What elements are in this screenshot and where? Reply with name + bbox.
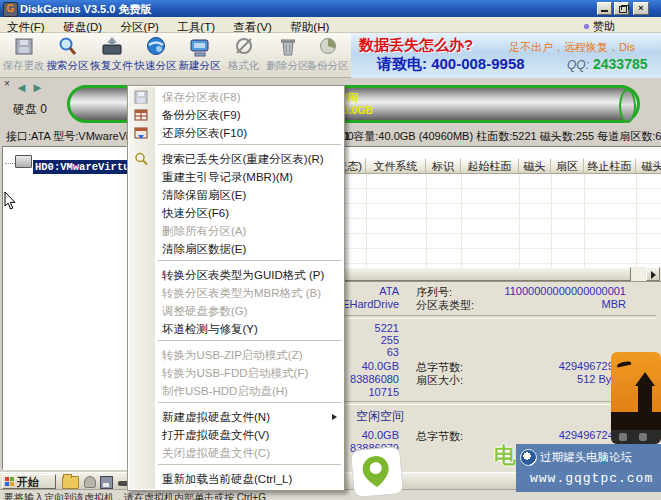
disk-nav-arrows[interactable]: ◄► [15, 80, 47, 95]
menu-item-label: 转换为USB-ZIP启动模式(Z) [162, 349, 303, 361]
sponsor-label: 赞助 [593, 20, 615, 32]
backup-partition-table-icon [134, 108, 148, 122]
menu-item-close-virtual-disk[interactable]: 关闭虚拟硬盘文件(C) [128, 444, 344, 462]
menu-item-adjust-disk-params[interactable]: 调整硬盘参数(G) [128, 302, 344, 320]
restore-button[interactable] [614, 2, 629, 15]
close-button[interactable]: × [633, 2, 649, 15]
menu-item-erase-sector-data[interactable]: 清除扇区数据(E) [128, 240, 344, 258]
menu-item-rebuild-mbr[interactable]: 重建主引导记录(MBR)(M) [128, 168, 344, 186]
start-button[interactable]: 开始 [2, 474, 56, 489]
quicklaunch-folder-icon[interactable] [62, 476, 79, 489]
widget-bar [611, 430, 661, 444]
minimize-button[interactable] [597, 2, 612, 15]
recover-files-icon [100, 36, 124, 58]
start-icon [5, 477, 14, 486]
menu-item-label: 搜索已丢失分区(重建分区表)(R) [162, 153, 324, 165]
menu-item-label: 保存分区表(F8) [162, 91, 241, 103]
ad-qq-number: 2433785 [593, 56, 648, 72]
menu-item-reload-current-disk[interactable]: 重新加载当前硬盘(Ctrl_L) [128, 470, 344, 488]
new-partition-button[interactable]: 新建分区 [178, 34, 221, 77]
recover-files-button[interactable]: 恢复文件 [90, 34, 133, 77]
menu-item-label: 新建虚拟硬盘文件(N) [162, 411, 270, 423]
menu-item-quick-partition[interactable]: 快速分区(F6) [128, 204, 344, 222]
column-header-id[interactable]: 标识 [426, 158, 461, 174]
minimize-icon [601, 10, 608, 12]
restore-partition-table-icon [134, 126, 148, 140]
menu-separator [158, 402, 341, 406]
toolbar-label: 保存更改 [2, 59, 45, 73]
menu-bar: 文件(F) 硬盘(D) 分区(P) 工具(T) 查看(V) 帮助(H) 赞助 [0, 17, 661, 33]
menu-item-label: 备份分区表(F9) [162, 109, 241, 121]
column-header-head2[interactable]: 磁头 [636, 158, 661, 174]
menu-item-delete-all-partitions[interactable]: 删除所有分区(A) [128, 222, 344, 240]
forum-logo-tile [350, 446, 404, 498]
search-partitions-button[interactable]: 搜索分区 [46, 34, 89, 77]
detail-sector-size-value: 512 Bytes [386, 373, 626, 385]
menu-item-usb-zip-mode[interactable]: 转换为USB-ZIP启动模式(Z) [128, 346, 344, 364]
mouse-cursor [4, 192, 17, 215]
format-button[interactable]: 格式化 [222, 34, 265, 77]
menu-item-bad-track-check[interactable]: 坏道检测与修复(Y) [128, 320, 344, 338]
submenu-arrow-icon [332, 414, 337, 420]
menu-item-label: 重新加载当前硬盘(Ctrl_L) [162, 473, 292, 485]
quicklaunch-floppy-icon[interactable] [100, 476, 113, 489]
column-header-end-cylinder[interactable]: 终止柱面 [584, 158, 636, 174]
quicklaunch-desktop-icon[interactable] [84, 476, 96, 488]
ad-qq-label: QQ: [567, 58, 589, 72]
backup-partition-button[interactable]: 备份分区 [306, 34, 349, 77]
menu-item-make-usb-hdd-boot[interactable]: 制作USB-HDD启动盘(H) [128, 382, 344, 400]
detail-pt-type-value: MBR [386, 298, 626, 310]
trash-icon [276, 36, 300, 58]
menu-item-label: 重建主引导记录(MBR)(M) [162, 171, 293, 183]
search-lost-partitions-icon [134, 152, 148, 166]
menu-item-open-virtual-disk[interactable]: 打开虚拟硬盘文件(V) [128, 426, 344, 444]
menu-item-label: 清除扇区数据(E) [162, 243, 246, 255]
disk-number-label: 硬盘 0 [13, 101, 47, 118]
grid-line [636, 174, 637, 267]
menu-item-label: 调整硬盘参数(G) [162, 305, 248, 317]
quick-partition-button[interactable]: 快速分区 [134, 34, 177, 77]
menu-item-save-partition-table[interactable]: 保存分区表(F8) [128, 88, 344, 106]
toolbar-label: 快速分区 [134, 59, 177, 73]
delete-partition-button[interactable]: 删除分区 [266, 34, 309, 77]
next-disk-icon[interactable]: ► [31, 80, 47, 95]
grid-line [426, 174, 427, 267]
menu-item-restore-partition-table[interactable]: 还原分区表(F10) [128, 124, 344, 142]
free-bytes-value: 42949672448 [386, 429, 626, 441]
menu-item-usb-fdd-mode[interactable]: 转换为USB-FDD启动模式(F) [128, 364, 344, 382]
column-header-head[interactable]: 磁头 [519, 158, 551, 174]
menu-item-convert-to-guid[interactable]: 转换分区表类型为GUID格式 (P) [128, 266, 344, 284]
column-header-sector[interactable]: 扇区 [551, 158, 584, 174]
menu-item-convert-to-mbr[interactable]: 转换分区表类型为MBR格式 (B) [128, 284, 344, 302]
menu-item-clear-reserved-sectors[interactable]: 清除保留扇区(E) [128, 186, 344, 204]
location-pin-icon [351, 447, 401, 495]
menu-item-label: 还原分区表(F10) [162, 127, 247, 139]
sponsor-link[interactable]: 赞助 [584, 19, 615, 34]
menu-item-label: 制作USB-HDD启动盘(H) [162, 385, 288, 397]
tree-item-hd0[interactable]: HD0:VMwareVirtua [5, 155, 138, 170]
ad-banner[interactable]: 数据丢失怎么办? 足不出户，远程恢复，Dis 请致电: 400-008-9958… [351, 33, 661, 78]
panel-close-icon[interactable]: × [4, 79, 10, 89]
castle-ground [611, 412, 661, 430]
menu-item-backup-partition-table[interactable]: 备份分区表(F9) [128, 106, 344, 124]
menu-item-new-virtual-disk[interactable]: 新建虚拟硬盘文件(N) [128, 408, 344, 426]
ad-tagline: 足不出户，远程恢复，Dis [509, 40, 635, 55]
prev-disk-icon[interactable]: ◄ [15, 80, 31, 95]
new-partition-icon [188, 36, 212, 58]
grid-line [461, 174, 462, 267]
tree-branch-line [5, 163, 15, 164]
ad-headline: 数据丢失怎么办? [359, 36, 473, 55]
column-header-filesystem[interactable]: 文件系统 [366, 158, 426, 174]
scroll-right-button[interactable] [646, 267, 660, 281]
menu-item-label: 坏道检测与修复(Y) [162, 323, 258, 335]
format-icon [232, 36, 256, 58]
close-icon: × [638, 3, 643, 13]
bat-icon [617, 361, 632, 368]
menu-item-search-lost-partitions[interactable]: 搜索已丢失分区(重建分区表)(R) [128, 150, 344, 168]
column-header-start-cylinder[interactable]: 起始柱面 [461, 158, 519, 174]
save-changes-button[interactable]: 保存更改 [2, 34, 45, 77]
menu-item-label: 清除保留扇区(E) [162, 189, 246, 201]
disk-context-menu: 保存分区表(F8) 备份分区表(F9) 还原分区表(F10) 搜索已丢失分区(重… [127, 85, 345, 491]
tree-item-label: HD0:VMwareVirtua [33, 160, 138, 174]
widget-gear-icon [639, 433, 647, 441]
